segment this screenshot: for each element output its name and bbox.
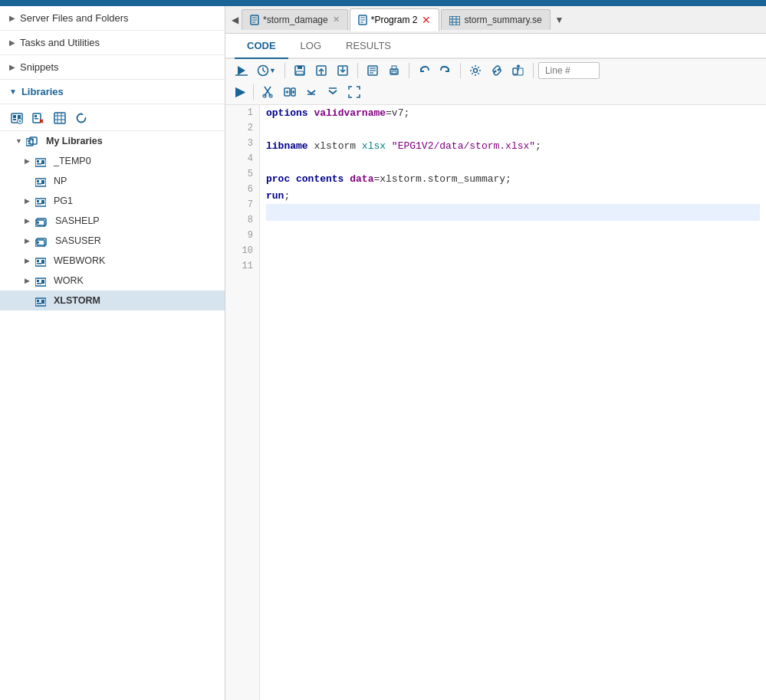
svg-rect-42 [37, 245, 41, 245]
svg-rect-29 [37, 183, 41, 185]
delete-library-button[interactable] [31, 109, 46, 126]
svg-rect-28 [37, 180, 39, 182]
tab-program2[interactable]: *Program 2 ✕ [350, 8, 440, 31]
tab-close-button[interactable]: ✕ [333, 15, 340, 25]
tab-label: storm_summary.se [464, 15, 541, 25]
tree-arrow-icon: ▶ [25, 197, 32, 205]
toolbar-separator [533, 63, 534, 78]
tab-storm-damage[interactable]: *storm_damage ✕ [242, 9, 348, 31]
line-numbers: 1 2 3 4 5 6 7 8 9 10 11 [225, 105, 260, 700]
arrow-icon: ▶ [9, 14, 15, 22]
save-button[interactable] [290, 62, 310, 79]
code-line-3: libname xlstorm xlsx "EPG1V2/data/storm.… [266, 138, 760, 155]
svg-rect-63 [449, 16, 460, 25]
tree-item-sasuser[interactable]: ▶ SASUSER [0, 231, 225, 251]
tree-item-sashelp[interactable]: ▶ SASHELP [0, 211, 225, 231]
sidebar-item-server-files[interactable]: ▶ Server Files and Folders [0, 6, 225, 31]
line-num: 7 [225, 197, 259, 212]
cut-button[interactable] [258, 84, 278, 100]
code-line-11 [266, 270, 760, 287]
sidebar-item-label: Snippets [20, 61, 59, 73]
line-num: 5 [225, 166, 259, 182]
tree-item-work[interactable]: ▶ WORK [0, 271, 225, 291]
arrow-icon: ▶ [9, 38, 15, 47]
tree-item-label: SASUSER [55, 235, 101, 246]
schedule-button[interactable]: ▼ [253, 62, 280, 79]
svg-rect-30 [41, 180, 44, 184]
run-button[interactable] [232, 62, 251, 79]
tree-item-webwork[interactable]: ▶ WEBWORK [0, 251, 225, 271]
tab-overflow-button[interactable]: ▼ [552, 12, 567, 28]
line-num: 2 [225, 120, 259, 136]
library-icon [35, 155, 46, 167]
tab-code[interactable]: CODE [235, 34, 288, 59]
svg-rect-25 [37, 163, 41, 165]
code-content[interactable]: options validvarname=v7; libname xlstorm… [260, 105, 766, 700]
library-multi-icon [35, 235, 48, 247]
tree-my-libraries[interactable]: ▼ My Libraries [0, 131, 225, 151]
add-step-button[interactable] [280, 84, 300, 100]
arrow-icon: ▶ [9, 63, 15, 71]
svg-point-86 [473, 69, 477, 73]
tree-item-xlstorm[interactable]: ▶ XLSTORM [0, 291, 225, 311]
tab-close-button[interactable]: ✕ [422, 14, 431, 26]
tree-arrow-icon: ▼ [15, 137, 23, 145]
arrow-down-icon: ▼ [9, 87, 17, 96]
copy-link-button[interactable] [487, 62, 507, 79]
svg-rect-34 [41, 200, 44, 204]
svg-rect-49 [37, 283, 41, 284]
print-button[interactable] [384, 62, 404, 79]
svg-rect-73 [298, 66, 302, 69]
code-line-10 [266, 254, 760, 271]
collapse-button[interactable] [301, 84, 321, 100]
sidebar-item-snippets[interactable]: ▶ Snippets [0, 55, 225, 80]
import-button[interactable] [333, 62, 353, 79]
expand-all-button[interactable] [323, 84, 343, 100]
options-button[interactable] [465, 62, 485, 79]
tree-item-np[interactable]: ▶ NP [0, 171, 225, 191]
redo-button[interactable] [436, 62, 455, 79]
tree-arrow-icon: ▶ [25, 257, 32, 265]
svg-rect-52 [37, 300, 39, 302]
sidebar-item-tasks[interactable]: ▶ Tasks and Utilities [0, 31, 225, 55]
svg-rect-48 [37, 280, 39, 282]
library-icon [35, 274, 46, 287]
code-line-4 [266, 155, 760, 172]
sidebar-item-label: Tasks and Utilities [20, 37, 100, 48]
line-num: 6 [225, 182, 259, 197]
undo-button[interactable] [414, 62, 434, 79]
sidebar: ▶ Server Files and Folders ▶ Tasks and U… [0, 6, 225, 700]
svg-rect-9 [35, 118, 38, 120]
view-table-button[interactable] [52, 109, 67, 126]
line-number-input[interactable] [538, 62, 600, 79]
run-region-button[interactable]: ▶ [232, 82, 248, 101]
library-icon [35, 294, 46, 307]
tree-item-temp0[interactable]: ▶ _TEMP0 [0, 151, 225, 171]
fullscreen-button[interactable] [344, 84, 364, 100]
tab-storm-summary[interactable]: storm_summary.se [441, 9, 550, 30]
format-code-button[interactable] [363, 62, 383, 79]
code-tab-bar: CODE LOG RESULTS [225, 34, 766, 59]
libraries-header[interactable]: ▼ Libraries [0, 80, 225, 104]
code-editor[interactable]: 1 2 3 4 5 6 7 8 9 10 11 options validvar… [225, 105, 766, 700]
svg-rect-87 [513, 68, 518, 74]
svg-rect-32 [37, 200, 39, 202]
tree-item-pg1[interactable]: ▶ PG1 [0, 191, 225, 211]
tab-scroll-left-button[interactable]: ◀ [228, 12, 242, 28]
code-line-5: proc contents data=xlstorm.storm_summary… [266, 171, 760, 188]
tree-item-label: PG1 [54, 196, 73, 206]
svg-rect-1 [13, 115, 16, 118]
line-num: 3 [225, 136, 259, 151]
code-line-1: options validvarname=v7; [266, 105, 760, 122]
refresh-button[interactable] [74, 109, 89, 126]
svg-rect-12 [54, 113, 65, 123]
toolbar-row-2: ▶ [232, 82, 760, 101]
tab-results[interactable]: RESULTS [334, 34, 403, 59]
tab-log-label: LOG [301, 40, 321, 51]
library-icon [35, 175, 46, 187]
add-library-button[interactable] [9, 109, 25, 126]
tab-log[interactable]: LOG [288, 34, 334, 59]
save-server-button[interactable] [311, 62, 331, 79]
svg-rect-46 [41, 260, 44, 264]
share-button[interactable] [508, 62, 528, 79]
